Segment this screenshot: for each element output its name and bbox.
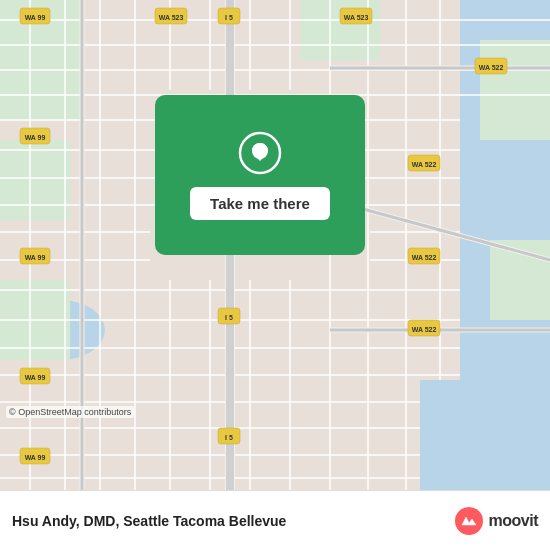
map-pin-icon [238,131,282,175]
svg-text:WA 99: WA 99 [25,374,46,381]
svg-text:WA 99: WA 99 [25,454,46,461]
svg-rect-3 [420,380,550,490]
svg-point-87 [455,507,483,535]
map-container: WA 99 WA 99 WA 99 WA 99 WA 99 I 5 I 5 I … [0,0,550,490]
footer: Hsu Andy, DMD, Seattle Tacoma Bellevue m… [0,490,550,550]
moovit-brand-icon [453,505,485,537]
svg-text:WA 522: WA 522 [479,64,504,71]
take-me-there-button[interactable]: Take me there [190,187,330,220]
location-card: Take me there [155,95,365,255]
svg-text:WA 522: WA 522 [412,254,437,261]
attribution-text: © OpenStreetMap contributors [6,406,134,418]
svg-text:WA 523: WA 523 [159,14,184,21]
svg-text:I 5: I 5 [225,314,233,321]
footer-text: Hsu Andy, DMD, Seattle Tacoma Bellevue [12,513,453,529]
svg-rect-8 [480,40,550,140]
svg-text:I 5: I 5 [225,14,233,21]
moovit-brand-text: moovit [489,512,538,530]
svg-text:WA 99: WA 99 [25,14,46,21]
svg-text:WA 522: WA 522 [412,326,437,333]
svg-text:WA 99: WA 99 [25,254,46,261]
location-title: Hsu Andy, DMD, Seattle Tacoma Bellevue [12,513,453,529]
svg-text:WA 522: WA 522 [412,161,437,168]
svg-text:I 5: I 5 [225,434,233,441]
moovit-logo: moovit [453,505,538,537]
svg-rect-5 [0,140,70,220]
svg-text:WA 523: WA 523 [344,14,369,21]
svg-text:WA 99: WA 99 [25,134,46,141]
